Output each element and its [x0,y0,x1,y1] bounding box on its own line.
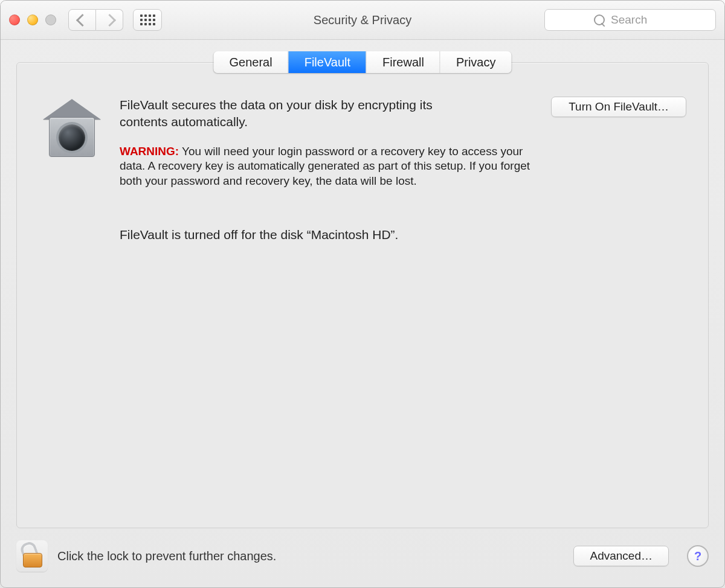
search-field[interactable] [544,9,716,31]
chevron-left-icon [76,13,88,26]
filevault-icon-holder [39,97,105,157]
filevault-row: FileVault secures the data on your disk … [39,97,686,242]
grid-icon [140,14,155,25]
zoom-window-button[interactable] [45,14,56,25]
filevault-description: FileVault secures the data on your disk … [120,97,446,131]
advanced-button[interactable]: Advanced… [573,546,669,566]
bottom-bar: Click the lock to prevent further change… [16,537,709,575]
preferences-window: Security & Privacy General FileVault Fir… [0,0,725,588]
tab-filevault[interactable]: FileVault [289,51,367,73]
forward-button[interactable] [96,9,123,31]
warning-label: WARNING: [120,145,179,158]
lock-button[interactable] [16,540,48,572]
back-button[interactable] [68,9,96,31]
minimize-window-button[interactable] [27,14,38,25]
content-box: FileVault secures the data on your disk … [16,62,709,528]
filevault-text-column: FileVault secures the data on your disk … [120,97,536,242]
tab-general[interactable]: General [214,51,289,73]
body-area: General FileVault Firewall Privacy FileV… [1,39,724,587]
unlocked-padlock-icon [23,545,41,567]
search-icon [594,14,605,25]
tab-firewall[interactable]: Firewall [367,51,440,73]
pane-tabs: General FileVault Firewall Privacy [214,51,512,73]
tab-privacy[interactable]: Privacy [440,51,512,73]
turn-on-filevault-button[interactable]: Turn On FileVault… [551,97,686,117]
filevault-status: FileVault is turned off for the disk “Ma… [120,228,536,242]
traffic-lights [9,14,56,25]
search-input[interactable] [610,13,666,27]
chevron-right-icon [103,13,115,26]
show-all-button[interactable] [133,9,162,31]
nav-back-forward [68,9,123,31]
titlebar: Security & Privacy [1,1,724,40]
lock-hint-text: Click the lock to prevent further change… [57,549,276,563]
filevault-icon [43,99,101,157]
warning-text: You will need your login password or a r… [120,145,530,187]
close-window-button[interactable] [9,14,20,25]
filevault-warning: WARNING: You will need your login passwo… [120,144,536,189]
help-button[interactable]: ? [687,545,709,567]
